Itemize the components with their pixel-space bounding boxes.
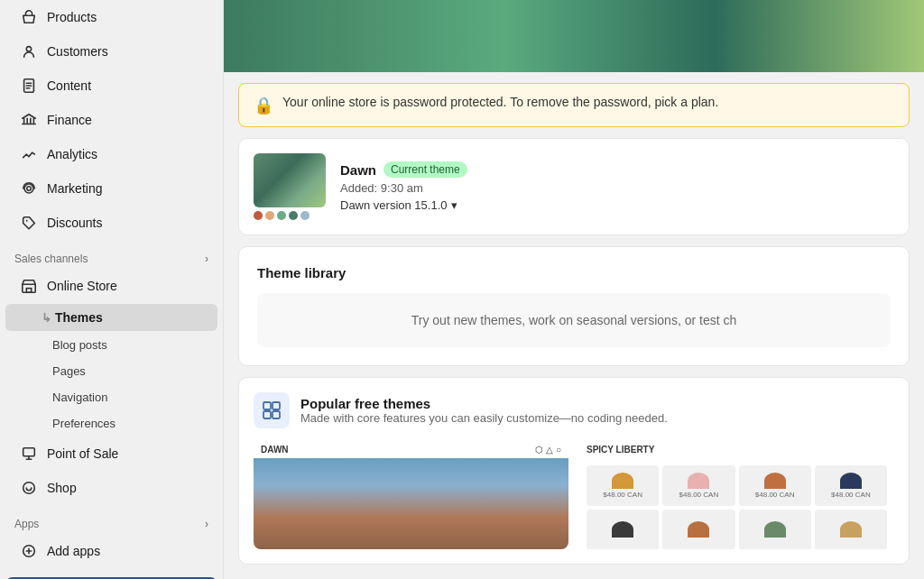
sidebar-item-analytics[interactable]: Analytics	[5, 138, 217, 170]
store-icon	[20, 277, 38, 295]
theme-previews: DAWN ⬡ △ ○ Industrial design meets fashi…	[254, 441, 894, 549]
hat-item-2: $48.00 CAN	[662, 465, 735, 506]
apps-header: Apps ›	[0, 505, 223, 534]
document-icon	[20, 77, 38, 95]
chevron-right-icon: ›	[205, 253, 208, 265]
dawn-caption: Industrial design meets fashion.	[261, 548, 561, 549]
bag-icon	[20, 8, 38, 26]
sidebar-item-finance[interactable]: Finance	[5, 104, 217, 136]
pos-icon	[20, 445, 38, 463]
svg-point-4	[26, 220, 28, 222]
theme-name: Dawn	[340, 162, 376, 178]
theme-preview-dawn[interactable]: DAWN ⬡ △ ○ Industrial design meets fashi…	[254, 441, 568, 549]
current-theme-card: Dawn Current theme Added: 9:30 am Dawn v…	[238, 138, 910, 235]
sidebar-item-themes[interactable]: ↳ Themes	[5, 304, 217, 331]
sidebar-item-add-apps[interactable]: Add apps	[5, 535, 217, 567]
chevron-down-icon: ▾	[451, 198, 457, 212]
shopbag-icon	[20, 479, 38, 497]
sidebar: Products Customers Content Finance Analy…	[0, 0, 224, 579]
sidebar-item-content[interactable]: Content	[5, 69, 217, 102]
sidebar-item-preferences[interactable]: Preferences	[5, 411, 217, 436]
theme-colors	[254, 211, 310, 220]
theme-preview-second[interactable]: SPICY LIBERTY $48.00 CAN $48.00 CAN	[579, 441, 894, 549]
hat-item-4: $48.00 CAN	[815, 465, 887, 506]
hat-item-6	[662, 510, 735, 549]
color-dot-1	[254, 211, 263, 220]
theme-thumbnail-wrapper	[254, 153, 326, 220]
plus-circle-icon	[20, 542, 38, 560]
sidebar-item-pages[interactable]: Pages	[5, 359, 217, 383]
sidebar-item-shop[interactable]: Shop	[5, 472, 217, 504]
color-dot-5	[300, 211, 310, 220]
theme-thumbnail	[254, 153, 326, 207]
sidebar-item-products[interactable]: Products	[5, 1, 217, 33]
sidebar-item-blog-posts[interactable]: Blog posts	[5, 333, 217, 357]
main-content: 🔒 Your online store is password protecte…	[224, 0, 924, 579]
popular-themes-card: Popular free themes Made with core featu…	[238, 377, 910, 565]
theme-library-card: Theme library Try out new themes, work o…	[238, 246, 910, 366]
top-image-strip	[224, 0, 924, 72]
hat-item-7	[739, 510, 811, 549]
megaphone-icon	[20, 179, 38, 198]
hat-item-5	[587, 510, 659, 549]
popular-header: Popular free themes Made with core featu…	[254, 392, 894, 428]
svg-point-0	[26, 47, 31, 51]
theme-version[interactable]: Dawn version 15.1.0 ▾	[340, 198, 894, 212]
theme-name-row: Dawn Current theme	[340, 161, 894, 178]
hat-item-1: $48.00 CAN	[587, 465, 659, 506]
current-theme-badge: Current theme	[383, 161, 467, 178]
svg-rect-11	[263, 402, 271, 409]
chart-icon	[20, 145, 38, 163]
svg-point-8	[23, 482, 35, 494]
svg-rect-14	[273, 411, 280, 418]
preview-bar-dawn: DAWN ⬡ △ ○	[254, 441, 568, 458]
theme-library-content: Try out new themes, work on seasonal ver…	[257, 293, 891, 347]
svg-rect-12	[273, 402, 280, 409]
indent-arrow-icon: ↳	[42, 311, 51, 325]
svg-point-2	[27, 187, 32, 191]
lock-icon: 🔒	[254, 96, 273, 115]
sidebar-item-online-store[interactable]: Online Store	[5, 270, 217, 302]
theme-library-title: Theme library	[257, 265, 891, 280]
theme-added: Added: 9:30 am	[340, 181, 894, 195]
sidebar-item-point-of-sale[interactable]: Point of Sale	[5, 437, 217, 470]
preview-bar-second: SPICY LIBERTY	[579, 441, 894, 458]
color-dot-2	[265, 211, 274, 220]
hat-item-8	[815, 510, 887, 549]
sidebar-bottom: Settings	[0, 568, 223, 579]
hat-item-3: $48.00 CAN	[739, 465, 811, 506]
password-banner: 🔒 Your online store is password protecte…	[238, 83, 910, 127]
popular-text: Popular free themes Made with core featu…	[300, 396, 668, 425]
person-icon	[20, 42, 38, 60]
theme-info: Dawn Current theme Added: 9:30 am Dawn v…	[340, 161, 894, 212]
bank-icon	[20, 111, 38, 129]
svg-point-3	[24, 184, 33, 193]
color-dot-4	[289, 211, 298, 220]
apps-chevron-icon: ›	[205, 518, 208, 530]
sidebar-item-discounts[interactable]: Discounts	[5, 207, 217, 239]
hat-grid: $48.00 CAN $48.00 CAN $48.00 CAN $4	[579, 458, 894, 549]
sales-channels-header: Sales channels ›	[0, 240, 223, 269]
sidebar-item-customers[interactable]: Customers	[5, 35, 217, 68]
svg-rect-13	[263, 411, 271, 418]
color-dot-3	[277, 211, 286, 220]
tag-icon	[20, 214, 38, 232]
sidebar-item-navigation[interactable]: Navigation	[5, 385, 217, 409]
sidebar-item-marketing[interactable]: Marketing	[5, 172, 217, 205]
popular-icon	[254, 392, 290, 428]
svg-rect-6	[26, 289, 31, 293]
svg-rect-7	[23, 448, 35, 456]
